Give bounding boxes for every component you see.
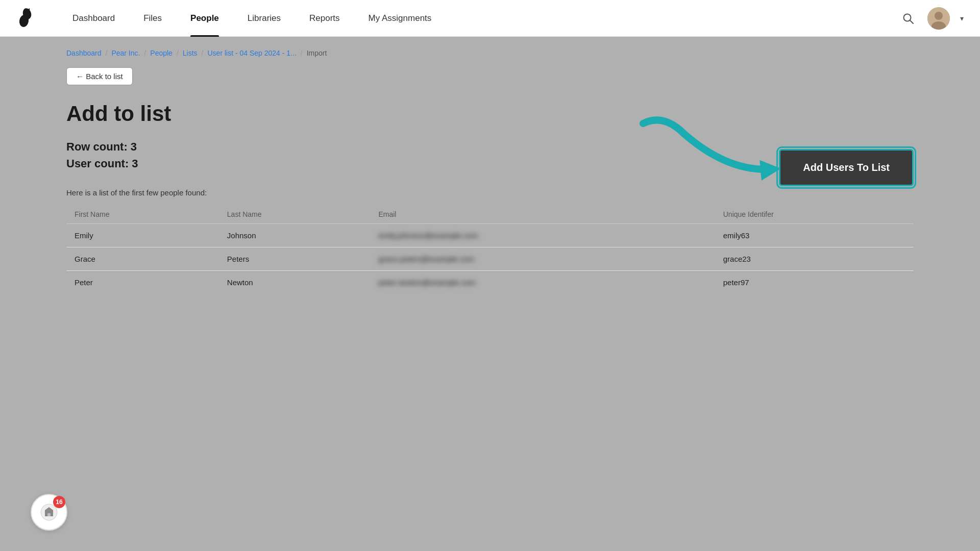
table-row: PeterNewtonpeter.newton@example.competer… [66, 271, 914, 294]
nav-link-people[interactable]: People [176, 0, 233, 37]
section-label: Here is a list of the first few people f… [66, 188, 914, 197]
cell-uid: grace23 [715, 247, 914, 271]
cell-uid: peter97 [715, 271, 914, 294]
cell-email: peter.newton@example.com [370, 271, 715, 294]
nav-link-reports[interactable]: Reports [295, 0, 354, 37]
user-menu-chevron[interactable]: ▾ [960, 14, 964, 22]
search-icon[interactable] [899, 9, 917, 28]
page-title: Add to list [66, 102, 914, 126]
breadcrumb-people[interactable]: People [150, 49, 173, 57]
navbar-right: ▾ [899, 7, 964, 30]
svg-line-4 [910, 20, 913, 23]
avatar[interactable] [927, 7, 950, 30]
svg-rect-10 [47, 513, 51, 516]
add-users-to-list-button[interactable]: Add Users To List [779, 149, 914, 186]
nav-link-files[interactable]: Files [129, 0, 176, 37]
table-row: EmilyJohnsonemily.johnson@example.comemi… [66, 224, 914, 247]
col-header-email: Email [370, 205, 715, 224]
app-logo[interactable] [16, 8, 38, 29]
cell-lastname: Newton [219, 271, 371, 294]
table-body: EmilyJohnsonemily.johnson@example.comemi… [66, 224, 914, 294]
col-header-firstname: First Name [66, 205, 219, 224]
cell-lastname: Peters [219, 247, 371, 271]
nav-link-libraries[interactable]: Libraries [233, 0, 295, 37]
cell-lastname: Johnson [219, 224, 371, 247]
cell-email: grace.peters@example.com [370, 247, 715, 271]
breadcrumb-dashboard[interactable]: Dashboard [66, 49, 102, 57]
breadcrumb-pear-inc[interactable]: Pear Inc. [111, 49, 140, 57]
breadcrumb: Dashboard / Pear Inc. / People / Lists /… [66, 49, 914, 57]
svg-point-6 [935, 12, 943, 20]
notification-circle: 16 [31, 494, 67, 531]
table-header: First Name Last Name Email Unique Identi… [66, 205, 914, 224]
breadcrumb-sep-5: / [301, 49, 303, 57]
cell-firstname: Emily [66, 224, 219, 247]
back-to-list-button[interactable]: ← Back to list [66, 67, 133, 85]
breadcrumb-sep-4: / [202, 49, 204, 57]
breadcrumb-lists[interactable]: Lists [183, 49, 198, 57]
breadcrumb-sep-1: / [106, 49, 108, 57]
nav-link-dashboard[interactable]: Dashboard [58, 0, 129, 37]
people-table: First Name Last Name Email Unique Identi… [66, 205, 914, 294]
table-row: GracePetersgrace.peters@example.comgrace… [66, 247, 914, 271]
col-header-uid: Unique Identifer [715, 205, 914, 224]
nav-link-my-assignments[interactable]: My Assignments [354, 0, 446, 37]
breadcrumb-user-list[interactable]: User list - 04 Sep 2024 - 1... [207, 49, 296, 57]
breadcrumb-sep-2: / [144, 49, 146, 57]
breadcrumb-import: Import [307, 49, 327, 57]
content-area: Dashboard / Pear Inc. / People / Lists /… [0, 37, 980, 314]
navbar: Dashboard Files People Libraries Reports… [0, 0, 980, 37]
cell-email: emily.johnson@example.com [370, 224, 715, 247]
breadcrumb-sep-3: / [177, 49, 179, 57]
nav-links: Dashboard Files People Libraries Reports… [58, 0, 899, 37]
add-users-btn-wrapper: Add Users To List [779, 149, 914, 186]
notification-badge: 16 [53, 496, 65, 508]
col-header-lastname: Last Name [219, 205, 371, 224]
cell-firstname: Peter [66, 271, 219, 294]
cell-firstname: Grace [66, 247, 219, 271]
notification-widget[interactable]: 16 [31, 494, 67, 531]
cell-uid: emily63 [715, 224, 914, 247]
